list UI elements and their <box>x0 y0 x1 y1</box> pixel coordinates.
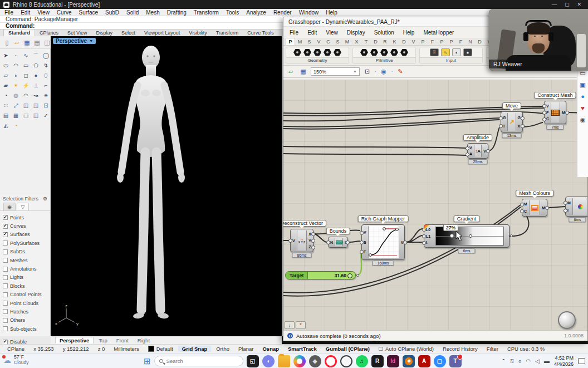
rhino-app-icon[interactable]: R <box>371 355 384 367</box>
zoom-level-select[interactable]: 150% ▼ <box>311 67 360 76</box>
polyline-icon[interactable]: ∿ <box>21 51 31 60</box>
checkbox[interactable] <box>3 275 8 280</box>
open-file-icon[interactable]: ▱ <box>286 67 296 76</box>
graph-component-icon[interactable]: ∿ <box>441 48 450 56</box>
arc-icon[interactable]: ◠ <box>11 61 21 70</box>
button-component-icon[interactable]: ● <box>463 48 472 56</box>
selection-filter-item[interactable]: SubDs <box>3 248 50 256</box>
input-port[interactable]: I <box>567 208 571 212</box>
component-tab[interactable]: K <box>390 38 399 45</box>
print-icon[interactable]: ▤ <box>32 38 42 47</box>
start-button[interactable]: ⊞ <box>144 357 151 365</box>
input-port[interactable]: S <box>364 241 366 244</box>
status-bar-item[interactable]: Osnap <box>258 346 283 352</box>
status-bar-item[interactable]: x 35.253 <box>30 346 57 352</box>
gh-node-graph-mapper[interactable]: VST V <box>361 224 405 260</box>
output-port[interactable]: V <box>401 241 404 244</box>
input-port[interactable]: C <box>546 117 549 121</box>
menu-item[interactable]: Display <box>347 30 365 36</box>
slider-component-icon[interactable]: ⍗ <box>430 48 439 56</box>
loft-icon[interactable]: ◗ <box>11 71 21 80</box>
toolbar-tab[interactable]: Standard <box>3 29 35 36</box>
selection-filter-item[interactable]: Blocks <box>3 282 50 290</box>
component-tab[interactable]: T <box>361 38 371 45</box>
status-bar-item[interactable]: Ortho <box>212 346 233 352</box>
output-port[interactable]: G <box>518 116 521 120</box>
checkbox[interactable] <box>3 215 8 220</box>
input-port[interactable]: M <box>524 202 527 206</box>
gh-node-move[interactable]: GT ↗ GX Move 13ms <box>501 111 523 133</box>
output-port[interactable]: Y <box>308 239 311 243</box>
wifi-icon[interactable]: ◠ <box>526 359 531 364</box>
panel-tab-objects-icon[interactable]: ◉ <box>3 203 16 210</box>
graph-curve[interactable] <box>369 227 399 258</box>
component-icon[interactable] <box>390 49 398 56</box>
component-icon[interactable] <box>313 49 321 56</box>
panel-tab-filter-icon[interactable]: ▽ <box>17 203 29 210</box>
component-tab[interactable]: M <box>295 38 305 45</box>
component-tab[interactable]: P <box>286 38 295 45</box>
status-bar-item[interactable]: Auto CPlane (World) <box>375 346 438 352</box>
selection-filter-item[interactable]: Hatches <box>3 307 50 316</box>
menu-item[interactable]: Solution <box>374 30 394 36</box>
spotify-icon[interactable]: ♫ <box>356 355 368 367</box>
scale-icon[interactable]: ⤢ <box>11 101 21 110</box>
window-icon[interactable]: ▭ <box>580 70 585 76</box>
search-input[interactable] <box>166 358 228 364</box>
selection-filter-item[interactable]: Point Clouds <box>3 299 50 307</box>
menu-item[interactable]: Edit <box>307 30 317 36</box>
component-tab[interactable]: N <box>465 38 475 45</box>
menu-item[interactable]: Analyze <box>246 9 266 16</box>
output-port[interactable]: I <box>345 241 346 244</box>
status-bar-item[interactable]: Default <box>144 346 177 352</box>
menu-item[interactable]: Mesh <box>146 9 159 16</box>
surface-icon[interactable]: ▱ <box>1 71 11 80</box>
menu-item[interactable]: Surface <box>79 9 98 16</box>
component-icon[interactable] <box>324 49 331 56</box>
component-tab[interactable]: S <box>305 38 314 45</box>
input-port[interactable]: V <box>364 230 366 234</box>
checkbox[interactable] <box>3 249 8 254</box>
canvas-widget-button[interactable]: ↓ <box>285 321 295 329</box>
toolbar-tab[interactable]: Set View <box>63 30 91 36</box>
gh-node-deconstruct-vector[interactable]: V →X Y Z XYZ Deconstruct Vector 86ms <box>290 229 313 252</box>
component-tab[interactable]: F <box>428 38 437 45</box>
select-arrow-icon[interactable]: ➤ <box>1 51 11 60</box>
gh-node-gradient[interactable]: L0L1t 27% Gradient 6ms <box>424 224 509 248</box>
component-icon[interactable] <box>380 49 388 56</box>
search-box[interactable] <box>154 356 243 366</box>
component-icon[interactable] <box>303 49 311 56</box>
input-port[interactable]: L1 <box>426 234 430 238</box>
input-port[interactable]: t <box>426 241 430 244</box>
input-port[interactable]: T <box>364 250 366 254</box>
volume-icon[interactable]: ◁ <box>535 359 540 364</box>
viewport-tab[interactable]: Perspective <box>55 337 94 344</box>
menu-item[interactable]: View <box>326 30 338 36</box>
offset-icon[interactable]: ◔ <box>1 91 11 100</box>
input-port[interactable]: V <box>469 146 472 150</box>
checkbox[interactable] <box>3 267 8 272</box>
helix-icon[interactable]: ↯ <box>41 61 51 70</box>
canvas-compass[interactable] <box>558 311 576 329</box>
point-icon[interactable]: · <box>11 51 21 60</box>
join-icon[interactable]: ↝ <box>31 91 41 100</box>
status-bar-item[interactable]: Millimeters <box>110 346 143 352</box>
menu-item[interactable]: Render <box>273 9 292 16</box>
toolbar-tab[interactable]: Curve Tools <box>243 30 278 36</box>
component-tab[interactable]: D <box>399 38 409 45</box>
gray-app-icon[interactable]: ◆ <box>309 355 321 367</box>
checkbox[interactable] <box>3 292 8 297</box>
polygon-icon[interactable]: ⬠ <box>31 61 41 70</box>
library-app-icon[interactable]: ◱ <box>247 355 259 367</box>
input-port[interactable]: V <box>546 104 549 108</box>
window-control-button[interactable]: ✕ <box>577 2 581 7</box>
output-port[interactable] <box>356 274 359 277</box>
status-bar-item[interactable]: Filter <box>483 346 502 352</box>
gh-node-construct-mesh[interactable]: VFC M Construct Mesh 7ms <box>544 101 566 124</box>
group-icon[interactable]: ⊡ <box>41 101 51 110</box>
opera-gx-icon[interactable] <box>340 355 352 367</box>
checkbox[interactable] <box>3 241 8 246</box>
status-bar-item[interactable]: Planar <box>234 346 257 352</box>
selection-filter-item[interactable]: Annotations <box>3 264 50 273</box>
checkbox[interactable] <box>3 318 8 323</box>
